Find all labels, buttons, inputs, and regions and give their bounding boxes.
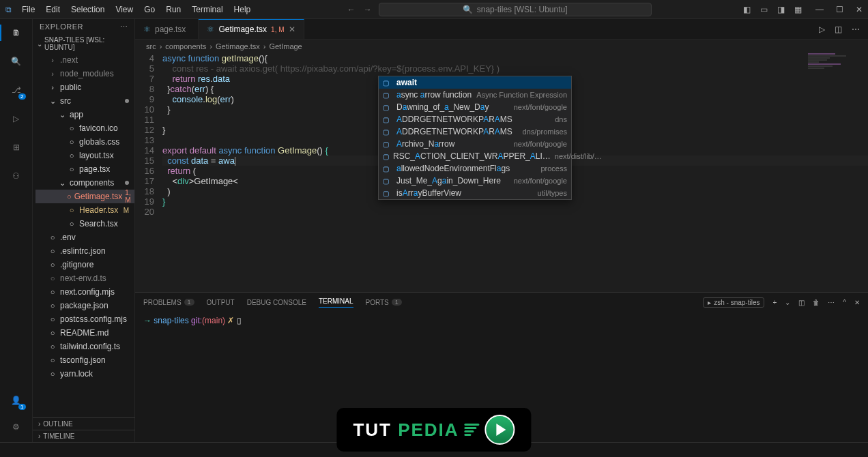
code-editor[interactable]: 457891011121314151617181920 async functi… bbox=[135, 53, 868, 292]
tree-item[interactable]: ○.eslintrc.json bbox=[35, 244, 134, 258]
nav-arrows: ← → bbox=[347, 5, 372, 14]
editor-tabs: ⚛page.tsx⚛Getimage.tsx1, M✕ ▷ ◫ ⋯ bbox=[135, 19, 868, 40]
editor-area: ⚛page.tsx⚛Getimage.tsx1, M✕ ▷ ◫ ⋯ src › … bbox=[135, 19, 868, 442]
run-icon[interactable]: ▷ bbox=[819, 25, 825, 34]
tab[interactable]: ⚛page.tsx bbox=[135, 19, 199, 39]
search-activity-icon[interactable]: 🔍 bbox=[8, 53, 25, 70]
autocomplete-item[interactable]: ▢ADDRGETNETWORKPARAMSdns/promises bbox=[379, 126, 571, 138]
remote-icon[interactable]: ⚇ bbox=[8, 168, 25, 184]
explorer-icon[interactable]: 🗎 bbox=[8, 25, 25, 41]
tree-item[interactable]: ○.env bbox=[35, 231, 134, 244]
outline-section[interactable]: ›OUTLINE bbox=[33, 417, 135, 430]
minimap[interactable] bbox=[808, 53, 863, 156]
timeline-section[interactable]: ›TIMELINE bbox=[33, 430, 135, 442]
autocomplete-item[interactable]: ▢Archivo_Narrownext/font/google bbox=[379, 138, 571, 150]
search-icon: 🔍 bbox=[463, 5, 473, 14]
tree-item[interactable]: ○yarn.lock bbox=[35, 367, 134, 381]
panel-tabs: PROBLEMS1OUTPUTDEBUG CONSOLETERMINALPORT… bbox=[135, 293, 868, 312]
menu-go[interactable]: Go bbox=[139, 3, 160, 16]
menu-edit[interactable]: Edit bbox=[41, 3, 65, 16]
panel-tab-terminal[interactable]: TERMINAL bbox=[319, 297, 353, 308]
nav-back-icon[interactable]: ← bbox=[347, 5, 356, 14]
layout-panel-icon[interactable]: ▭ bbox=[760, 5, 768, 14]
kill-terminal-icon[interactable]: 🗑 bbox=[813, 299, 820, 306]
panel-actions: ▸ zsh - snap-tiles + ⌄ ◫ 🗑 ⋯ ^ ✕ bbox=[703, 297, 860, 308]
search-placeholder: snap-tiles [WSL: Ubuntu] bbox=[477, 5, 568, 14]
autocomplete-item[interactable]: ▢async arrow functionAsync Function Expr… bbox=[379, 89, 571, 101]
panel-tab-debug-console[interactable]: DEBUG CONSOLE bbox=[247, 299, 306, 306]
tree-item[interactable]: ○page.tsx bbox=[35, 162, 134, 176]
chevron-down-icon: ⌄ bbox=[37, 40, 42, 48]
tree-item[interactable]: ○Header.tsxM bbox=[35, 203, 134, 217]
project-title[interactable]: ⌄ SNAP-TILES [WSL: UBUNTU] bbox=[33, 34, 134, 53]
menu-help[interactable]: Help bbox=[229, 3, 256, 16]
menu-terminal[interactable]: Terminal bbox=[187, 3, 227, 16]
tree-item[interactable]: ○next-env.d.ts bbox=[35, 271, 134, 285]
command-center[interactable]: 🔍 snap-tiles [WSL: Ubuntu] bbox=[379, 3, 652, 16]
account-icon[interactable]: 👤1 bbox=[8, 392, 25, 409]
panel-tab-ports[interactable]: PORTS1 bbox=[366, 299, 402, 306]
tree-item[interactable]: ›public bbox=[35, 80, 134, 94]
panel-tab-output[interactable]: OUTPUT bbox=[207, 299, 235, 306]
autocomplete-item[interactable]: ▢allowedNodeEnvironmentFlagsprocess bbox=[379, 162, 571, 175]
nav-forward-icon[interactable]: → bbox=[364, 5, 372, 14]
settings-icon[interactable]: ⚙ bbox=[8, 419, 25, 435]
autocomplete-item[interactable]: ▢ADDRGETNETWORKPARAMSdns bbox=[379, 113, 571, 126]
tab-close-icon[interactable]: ✕ bbox=[289, 25, 295, 34]
panel-more-icon[interactable]: ⋯ bbox=[828, 299, 835, 306]
layout-customize-icon[interactable]: ▦ bbox=[794, 5, 802, 14]
tree-item[interactable]: ⌄components bbox=[35, 176, 134, 190]
maximize-icon[interactable]: ☐ bbox=[836, 5, 843, 14]
autocomplete-item[interactable]: ▢Dawning_of_a_New_Daynext/font/google bbox=[379, 101, 571, 113]
debug-icon[interactable]: ▷ bbox=[8, 110, 25, 127]
vscode-icon: ⧉ bbox=[5, 5, 12, 14]
sidebar: EXPLORER ⋯ ⌄ SNAP-TILES [WSL: UBUNTU] ›.… bbox=[33, 19, 135, 442]
tree-item[interactable]: ⌄src bbox=[35, 94, 134, 108]
terminal-dropdown-icon[interactable]: ⌄ bbox=[785, 299, 790, 306]
menu-file[interactable]: File bbox=[17, 3, 40, 16]
split-icon[interactable]: ◫ bbox=[835, 25, 842, 34]
minimize-icon[interactable]: — bbox=[815, 5, 824, 14]
tree-item[interactable]: ○postcss.config.mjs bbox=[35, 312, 134, 326]
terminal-label[interactable]: ▸ zsh - snap-tiles bbox=[703, 297, 764, 308]
tree-item[interactable]: ○tsconfig.json bbox=[35, 353, 134, 367]
tree-item[interactable]: ○README.md bbox=[35, 326, 134, 340]
sidebar-more-icon[interactable]: ⋯ bbox=[120, 23, 128, 31]
tree-item[interactable]: ○Getimage.tsx1, M bbox=[35, 190, 134, 203]
tree-item[interactable]: ›node_modules bbox=[35, 67, 134, 80]
tab[interactable]: ⚛Getimage.tsx1, M✕ bbox=[199, 19, 304, 39]
new-terminal-icon[interactable]: + bbox=[772, 299, 777, 306]
autocomplete-item[interactable]: ▢isArrayBufferViewutil/types bbox=[379, 187, 571, 199]
breadcrumb[interactable]: src › components › Getimage.tsx › GetIma… bbox=[135, 40, 868, 53]
more-icon[interactable]: ⋯ bbox=[852, 25, 860, 34]
tree-item[interactable]: ○package.json bbox=[35, 299, 134, 312]
autocomplete-popup[interactable]: ▢await▢async arrow functionAsync Functio… bbox=[378, 76, 572, 200]
menu-run[interactable]: Run bbox=[161, 3, 186, 16]
source-control-icon[interactable]: ⎇2 bbox=[8, 82, 25, 98]
tree-item[interactable]: ○.gitignore bbox=[35, 258, 134, 271]
split-terminal-icon[interactable]: ◫ bbox=[798, 299, 805, 306]
panel-tab-problems[interactable]: PROBLEMS1 bbox=[143, 299, 194, 306]
menu-selection[interactable]: Selection bbox=[66, 3, 109, 16]
autocomplete-item[interactable]: ▢await bbox=[379, 76, 571, 89]
tree-item[interactable]: ○favicon.ico bbox=[35, 121, 134, 135]
tree-item[interactable]: ○tailwind.config.ts bbox=[35, 340, 134, 353]
panel-close-icon[interactable]: ✕ bbox=[854, 299, 860, 306]
file-tree: ›.next›node_modules›public⌄src⌄app○favic… bbox=[33, 53, 134, 381]
tab-actions: ▷ ◫ ⋯ bbox=[811, 19, 868, 39]
close-icon[interactable]: ✕ bbox=[856, 5, 863, 14]
layout-sidebar-icon[interactable]: ◧ bbox=[743, 5, 751, 14]
menu-view[interactable]: View bbox=[111, 3, 138, 16]
extensions-icon[interactable]: ⊞ bbox=[8, 139, 25, 156]
autocomplete-item[interactable]: ▢RSC_ACTION_CLIENT_WRAPPER_ALI…next/dist… bbox=[379, 150, 571, 162]
tree-item[interactable]: ⌄app bbox=[35, 108, 134, 121]
tree-item[interactable]: ○globals.css bbox=[35, 135, 134, 149]
tree-item[interactable]: ○layout.tsx bbox=[35, 149, 134, 162]
panel-maximize-icon[interactable]: ^ bbox=[843, 299, 846, 306]
tree-item[interactable]: ›.next bbox=[35, 53, 134, 67]
tree-item[interactable]: ○next.config.mjs bbox=[35, 285, 134, 299]
layout-side-icon[interactable]: ◨ bbox=[777, 5, 785, 14]
autocomplete-item[interactable]: ▢Just_Me_Again_Down_Herenext/font/google bbox=[379, 175, 571, 187]
brand-overlay: TUT PEDIA bbox=[336, 408, 531, 452]
tree-item[interactable]: ○Search.tsx bbox=[35, 217, 134, 231]
